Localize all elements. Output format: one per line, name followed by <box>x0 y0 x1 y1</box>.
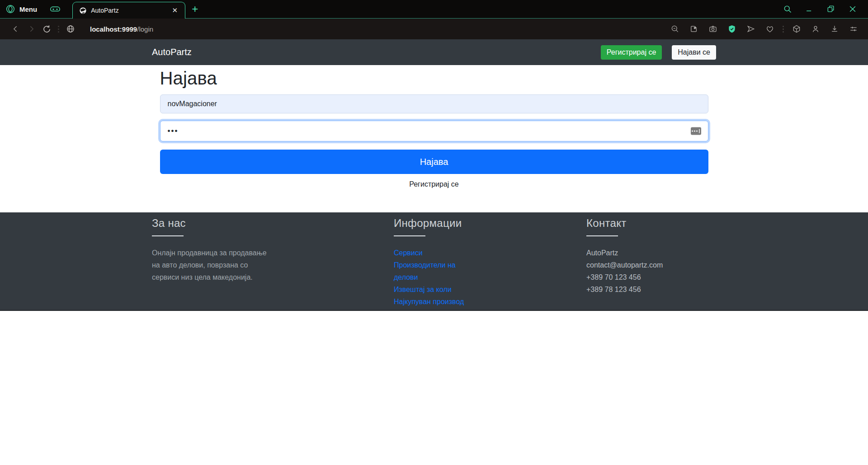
login-page: Најава Најава Регистрирај се <box>0 65 868 212</box>
password-reveal-icon[interactable] <box>691 127 701 135</box>
contact-line-email: contact@autopartz.com <box>586 259 713 271</box>
footer-contact-text: AutoPartz contact@autopartz.com +389 70 … <box>586 247 713 296</box>
login-submit-button[interactable]: Најава <box>160 150 708 174</box>
tab-title: AutoPartz <box>91 7 165 14</box>
adblock-shield-icon[interactable] <box>725 22 739 36</box>
profile-person-icon[interactable] <box>808 22 823 36</box>
url-host: localhost:9999 <box>90 25 137 33</box>
snapshot-camera-icon[interactable] <box>706 22 720 36</box>
toolbar-separator-dots <box>783 26 784 33</box>
footer-link-car-report[interactable]: Извештај за коли <box>394 283 476 296</box>
footer-link-services[interactable]: Сервиси <box>394 247 476 259</box>
gamepad-icon <box>50 4 61 14</box>
opera-logo-icon <box>5 4 15 14</box>
contact-line-phone2: +389 78 123 456 <box>586 283 713 296</box>
footer-about-column: За нас Онлајн продавница за продавање на… <box>152 217 292 283</box>
downloads-icon[interactable] <box>827 22 842 36</box>
password-field-wrap <box>160 121 708 141</box>
extensions-cube-icon[interactable] <box>789 22 804 36</box>
register-link[interactable]: Регистрирај се <box>160 180 708 188</box>
restore-icon[interactable] <box>822 2 840 16</box>
about-line: Онлајн продавница за продавање <box>152 247 292 259</box>
url-text[interactable]: localhost:9999/login <box>90 25 668 33</box>
site-globe-icon[interactable] <box>63 22 78 36</box>
footer-about-divider <box>152 235 184 236</box>
contact-line-name: AutoPartz <box>586 247 713 259</box>
footer-info-column: Информации Сервиси Производители на дело… <box>394 217 476 308</box>
footer-link-manufacturers[interactable]: Производители на делови <box>394 259 476 283</box>
back-icon[interactable] <box>8 22 24 36</box>
footer-contact-title: Контакт <box>586 217 713 230</box>
reload-icon[interactable] <box>39 22 54 36</box>
contact-line-phone1: +389 70 123 456 <box>586 271 713 283</box>
address-bar: localhost:9999/login <box>0 19 868 39</box>
register-button[interactable]: Регистрирај се <box>601 45 662 60</box>
footer-contact-divider <box>586 235 618 236</box>
footer-about-title: За нас <box>152 217 292 230</box>
easy-setup-sliders-icon[interactable] <box>846 22 861 36</box>
minimize-icon[interactable] <box>800 2 818 16</box>
tab-strip-spacer <box>204 0 778 18</box>
browser-tab-autopartz[interactable]: AutoPartz ✕ <box>72 2 185 19</box>
footer-info-title: Информации <box>394 217 476 230</box>
address-separator-dots <box>58 26 59 33</box>
site-navbar: AutoPartz Регистрирај се Најави се <box>0 39 868 65</box>
footer-contact-column: Контакт AutoPartz contact@autopartz.com … <box>586 217 713 296</box>
tab-strip: Menu AutoPartz ✕ + <box>0 0 868 19</box>
globe-favicon <box>79 7 87 14</box>
browser-chrome: Menu AutoPartz ✕ + <box>0 0 868 39</box>
about-line: на авто делови, поврзана со <box>152 259 292 271</box>
flow-send-icon[interactable] <box>744 22 758 36</box>
username-input[interactable] <box>160 94 708 113</box>
close-window-icon[interactable] <box>844 2 862 16</box>
new-tab-button[interactable]: + <box>185 0 204 18</box>
search-icon[interactable] <box>778 2 797 16</box>
toolbar-icons <box>668 22 861 36</box>
footer-link-top-product[interactable]: Најкупуван производ <box>394 296 476 308</box>
page-title: Најава <box>160 65 708 89</box>
window-controls <box>778 0 868 18</box>
footer-info-divider <box>394 235 425 236</box>
tab-close-icon[interactable]: ✕ <box>170 5 181 15</box>
password-input[interactable] <box>160 121 708 141</box>
bookmark-pin-icon[interactable] <box>687 22 701 36</box>
gx-corner-button[interactable] <box>44 0 66 18</box>
forward-icon[interactable] <box>24 22 39 36</box>
site-footer: За нас Онлајн продавница за продавање на… <box>0 212 868 311</box>
menu-label: Menu <box>19 5 37 13</box>
about-line: сервиси низ цела македонија. <box>152 271 292 283</box>
zoom-out-icon[interactable] <box>668 22 682 36</box>
url-path: /login <box>137 25 153 33</box>
brand-autopartz[interactable]: AutoPartz <box>152 47 192 57</box>
footer-about-text: Онлајн продавница за продавање на авто д… <box>152 247 292 283</box>
heart-favorites-icon[interactable] <box>763 22 777 36</box>
login-nav-button[interactable]: Најави се <box>672 45 716 60</box>
browser-menu-button[interactable]: Menu <box>0 0 44 18</box>
